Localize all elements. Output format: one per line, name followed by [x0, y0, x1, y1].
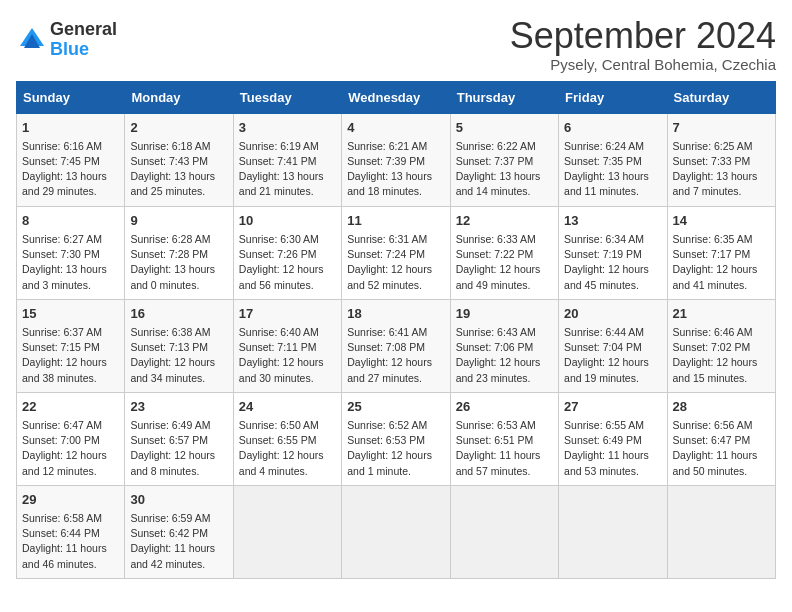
day-info: Sunrise: 6:34 AM Sunset: 7:19 PM Dayligh…: [564, 232, 661, 293]
day-info: Sunrise: 6:27 AM Sunset: 7:30 PM Dayligh…: [22, 232, 119, 293]
calendar-cell: 26Sunrise: 6:53 AM Sunset: 6:51 PM Dayli…: [450, 392, 558, 485]
day-info: Sunrise: 6:59 AM Sunset: 6:42 PM Dayligh…: [130, 511, 227, 572]
day-number: 10: [239, 212, 336, 230]
logo-general: General: [50, 20, 117, 40]
day-info: Sunrise: 6:22 AM Sunset: 7:37 PM Dayligh…: [456, 139, 553, 200]
day-number: 3: [239, 119, 336, 137]
day-info: Sunrise: 6:43 AM Sunset: 7:06 PM Dayligh…: [456, 325, 553, 386]
location: Pysely, Central Bohemia, Czechia: [510, 56, 776, 73]
day-info: Sunrise: 6:49 AM Sunset: 6:57 PM Dayligh…: [130, 418, 227, 479]
day-number: 21: [673, 305, 770, 323]
col-sunday: Sunday: [17, 81, 125, 113]
day-number: 24: [239, 398, 336, 416]
calendar-cell: [233, 485, 341, 578]
title-block: September 2024 Pysely, Central Bohemia, …: [510, 16, 776, 73]
page-header: General Blue September 2024 Pysely, Cent…: [16, 16, 776, 73]
calendar-cell: 8Sunrise: 6:27 AM Sunset: 7:30 PM Daylig…: [17, 206, 125, 299]
calendar-cell: [342, 485, 450, 578]
day-number: 1: [22, 119, 119, 137]
day-number: 12: [456, 212, 553, 230]
calendar-cell: 28Sunrise: 6:56 AM Sunset: 6:47 PM Dayli…: [667, 392, 775, 485]
calendar-cell: 15Sunrise: 6:37 AM Sunset: 7:15 PM Dayli…: [17, 299, 125, 392]
calendar-cell: 3Sunrise: 6:19 AM Sunset: 7:41 PM Daylig…: [233, 113, 341, 206]
calendar-week-4: 22Sunrise: 6:47 AM Sunset: 7:00 PM Dayli…: [17, 392, 776, 485]
day-info: Sunrise: 6:31 AM Sunset: 7:24 PM Dayligh…: [347, 232, 444, 293]
calendar-cell: 17Sunrise: 6:40 AM Sunset: 7:11 PM Dayli…: [233, 299, 341, 392]
calendar-cell: 29Sunrise: 6:58 AM Sunset: 6:44 PM Dayli…: [17, 485, 125, 578]
logo-blue: Blue: [50, 40, 117, 60]
calendar-cell: 24Sunrise: 6:50 AM Sunset: 6:55 PM Dayli…: [233, 392, 341, 485]
calendar-cell: 18Sunrise: 6:41 AM Sunset: 7:08 PM Dayli…: [342, 299, 450, 392]
day-info: Sunrise: 6:46 AM Sunset: 7:02 PM Dayligh…: [673, 325, 770, 386]
calendar-cell: 20Sunrise: 6:44 AM Sunset: 7:04 PM Dayli…: [559, 299, 667, 392]
day-number: 17: [239, 305, 336, 323]
calendar-cell: 12Sunrise: 6:33 AM Sunset: 7:22 PM Dayli…: [450, 206, 558, 299]
calendar-cell: 10Sunrise: 6:30 AM Sunset: 7:26 PM Dayli…: [233, 206, 341, 299]
day-info: Sunrise: 6:21 AM Sunset: 7:39 PM Dayligh…: [347, 139, 444, 200]
calendar-cell: 19Sunrise: 6:43 AM Sunset: 7:06 PM Dayli…: [450, 299, 558, 392]
day-number: 27: [564, 398, 661, 416]
logo-icon: [18, 26, 46, 54]
calendar-week-3: 15Sunrise: 6:37 AM Sunset: 7:15 PM Dayli…: [17, 299, 776, 392]
logo-text: General Blue: [50, 20, 117, 60]
calendar-cell: [667, 485, 775, 578]
day-info: Sunrise: 6:37 AM Sunset: 7:15 PM Dayligh…: [22, 325, 119, 386]
calendar-cell: 16Sunrise: 6:38 AM Sunset: 7:13 PM Dayli…: [125, 299, 233, 392]
day-info: Sunrise: 6:18 AM Sunset: 7:43 PM Dayligh…: [130, 139, 227, 200]
day-number: 11: [347, 212, 444, 230]
day-number: 16: [130, 305, 227, 323]
day-number: 9: [130, 212, 227, 230]
calendar-cell: 25Sunrise: 6:52 AM Sunset: 6:53 PM Dayli…: [342, 392, 450, 485]
calendar-week-2: 8Sunrise: 6:27 AM Sunset: 7:30 PM Daylig…: [17, 206, 776, 299]
day-number: 20: [564, 305, 661, 323]
calendar-cell: 30Sunrise: 6:59 AM Sunset: 6:42 PM Dayli…: [125, 485, 233, 578]
day-info: Sunrise: 6:53 AM Sunset: 6:51 PM Dayligh…: [456, 418, 553, 479]
calendar-cell: [450, 485, 558, 578]
calendar-header: Sunday Monday Tuesday Wednesday Thursday…: [17, 81, 776, 113]
day-info: Sunrise: 6:19 AM Sunset: 7:41 PM Dayligh…: [239, 139, 336, 200]
day-number: 14: [673, 212, 770, 230]
col-saturday: Saturday: [667, 81, 775, 113]
day-info: Sunrise: 6:30 AM Sunset: 7:26 PM Dayligh…: [239, 232, 336, 293]
calendar-cell: 2Sunrise: 6:18 AM Sunset: 7:43 PM Daylig…: [125, 113, 233, 206]
calendar-cell: 5Sunrise: 6:22 AM Sunset: 7:37 PM Daylig…: [450, 113, 558, 206]
day-info: Sunrise: 6:33 AM Sunset: 7:22 PM Dayligh…: [456, 232, 553, 293]
day-info: Sunrise: 6:47 AM Sunset: 7:00 PM Dayligh…: [22, 418, 119, 479]
col-thursday: Thursday: [450, 81, 558, 113]
day-info: Sunrise: 6:55 AM Sunset: 6:49 PM Dayligh…: [564, 418, 661, 479]
calendar-cell: 4Sunrise: 6:21 AM Sunset: 7:39 PM Daylig…: [342, 113, 450, 206]
col-tuesday: Tuesday: [233, 81, 341, 113]
day-number: 4: [347, 119, 444, 137]
day-number: 15: [22, 305, 119, 323]
calendar-cell: 11Sunrise: 6:31 AM Sunset: 7:24 PM Dayli…: [342, 206, 450, 299]
day-number: 18: [347, 305, 444, 323]
calendar: Sunday Monday Tuesday Wednesday Thursday…: [16, 81, 776, 579]
day-info: Sunrise: 6:40 AM Sunset: 7:11 PM Dayligh…: [239, 325, 336, 386]
calendar-cell: 6Sunrise: 6:24 AM Sunset: 7:35 PM Daylig…: [559, 113, 667, 206]
day-number: 13: [564, 212, 661, 230]
day-number: 23: [130, 398, 227, 416]
calendar-cell: 13Sunrise: 6:34 AM Sunset: 7:19 PM Dayli…: [559, 206, 667, 299]
day-info: Sunrise: 6:28 AM Sunset: 7:28 PM Dayligh…: [130, 232, 227, 293]
calendar-cell: 23Sunrise: 6:49 AM Sunset: 6:57 PM Dayli…: [125, 392, 233, 485]
weekday-row: Sunday Monday Tuesday Wednesday Thursday…: [17, 81, 776, 113]
day-number: 28: [673, 398, 770, 416]
calendar-cell: 1Sunrise: 6:16 AM Sunset: 7:45 PM Daylig…: [17, 113, 125, 206]
calendar-cell: [559, 485, 667, 578]
day-number: 25: [347, 398, 444, 416]
day-info: Sunrise: 6:50 AM Sunset: 6:55 PM Dayligh…: [239, 418, 336, 479]
col-friday: Friday: [559, 81, 667, 113]
calendar-cell: 14Sunrise: 6:35 AM Sunset: 7:17 PM Dayli…: [667, 206, 775, 299]
col-wednesday: Wednesday: [342, 81, 450, 113]
day-info: Sunrise: 6:58 AM Sunset: 6:44 PM Dayligh…: [22, 511, 119, 572]
day-number: 6: [564, 119, 661, 137]
calendar-cell: 27Sunrise: 6:55 AM Sunset: 6:49 PM Dayli…: [559, 392, 667, 485]
day-number: 22: [22, 398, 119, 416]
calendar-week-1: 1Sunrise: 6:16 AM Sunset: 7:45 PM Daylig…: [17, 113, 776, 206]
calendar-cell: 9Sunrise: 6:28 AM Sunset: 7:28 PM Daylig…: [125, 206, 233, 299]
calendar-body: 1Sunrise: 6:16 AM Sunset: 7:45 PM Daylig…: [17, 113, 776, 578]
calendar-cell: 22Sunrise: 6:47 AM Sunset: 7:00 PM Dayli…: [17, 392, 125, 485]
col-monday: Monday: [125, 81, 233, 113]
day-info: Sunrise: 6:24 AM Sunset: 7:35 PM Dayligh…: [564, 139, 661, 200]
calendar-week-5: 29Sunrise: 6:58 AM Sunset: 6:44 PM Dayli…: [17, 485, 776, 578]
